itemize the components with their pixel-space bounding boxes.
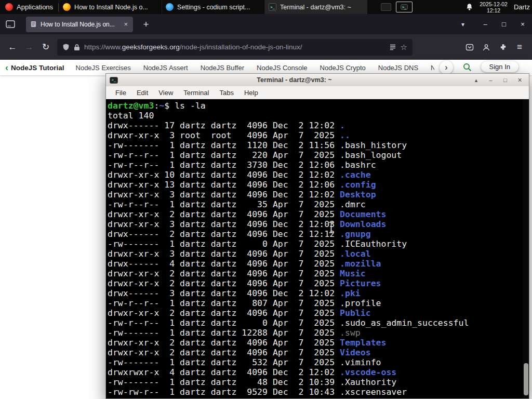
sitenav-link[interactable]: NodeJS Crypto [320, 64, 366, 72]
ls-row: -rw-r--r-- 1 dartz dartz 35 Apr 7 2025 .… [108, 200, 522, 209]
taskbar-button-label: How to Install Node.js o... [74, 4, 148, 11]
sign-in-button[interactable]: Sign In [481, 61, 518, 72]
codium-icon [166, 3, 174, 11]
ls-row: drwxr-xr-x 3 root root 4096 Apr 7 2025 .… [108, 130, 522, 140]
clock-date: 2025-12-02 [480, 1, 508, 7]
user-menu[interactable]: Dartz [514, 3, 530, 11]
sitenav-link[interactable]: NodeJS Console [257, 64, 308, 72]
reader-view-icon[interactable] [389, 44, 396, 51]
ls-row: drwxr-xr-x 2 dartz dartz 4096 Apr 7 2025… [108, 269, 522, 278]
notifications-bell-icon[interactable] [466, 3, 473, 11]
back-button[interactable]: ← [4, 39, 21, 56]
chevron-left-icon: ‹ [5, 63, 8, 72]
sitenav-link[interactable]: NodeJS DNS [378, 64, 418, 72]
reload-button[interactable]: ↻ [37, 39, 54, 56]
file-name: .profile [340, 298, 381, 308]
menu-help[interactable]: Help [239, 87, 263, 98]
file-name: .. [340, 130, 350, 140]
forward-button[interactable]: → [21, 39, 37, 56]
ls-row: drwxr-xr-x 2 dartz dartz 4096 Apr 7 2025… [108, 348, 522, 357]
window-maximize-button[interactable]: □ [495, 14, 513, 34]
browser-tab[interactable]: How to Install Node.js on... × [26, 17, 133, 32]
clock[interactable]: 2025-12-02 12:12 [480, 1, 508, 14]
file-name: .bash_history [340, 140, 407, 150]
firefox-icon [63, 3, 71, 11]
scroll-next-button[interactable]: › [440, 61, 453, 74]
menu-terminal[interactable]: Terminal [178, 87, 214, 98]
menu-edit[interactable]: Edit [131, 87, 153, 98]
tutorial-back-link[interactable]: ‹ NodeJS Tutorial [5, 63, 64, 72]
terminal-output[interactable]: dartz@vm3:~$ ls -la total 140 drwx------… [106, 99, 529, 398]
ls-row: drwx------ 3 dartz dartz 4096 Dec 2 12:0… [108, 288, 522, 298]
clock-time: 12:12 [480, 7, 508, 14]
window-minimize-button[interactable]: – [476, 14, 495, 34]
menu-hamburger-icon[interactable]: ≡ [511, 39, 528, 56]
ls-row: drwxr-xr-x 3 dartz dartz 4096 Apr 7 2025… [108, 249, 522, 259]
terminal-menubar: FileEditViewTerminalTabsHelp [106, 86, 529, 99]
sitenav-link[interactable]: Node [431, 64, 434, 72]
terminal-shade-button[interactable]: ▴ [471, 77, 482, 84]
taskbar-button[interactable]: Settings - codium script... [162, 0, 264, 14]
terminal-scrollbar[interactable] [523, 99, 529, 398]
bookmark-star-icon[interactable]: ☆ [401, 43, 407, 52]
terminal-close-button[interactable]: × [514, 76, 525, 84]
new-tab-button[interactable]: + [139, 19, 153, 30]
file-name: Videos [340, 348, 371, 357]
terminal-icon: >_ [269, 3, 276, 11]
terminal-minimize-button[interactable]: – [485, 77, 496, 83]
url-bar[interactable]: https://www.geeksforgeeks.org/node-js/in… [57, 39, 413, 56]
sitenav-link[interactable]: NodeJS Exercises [76, 64, 131, 72]
ls-row: -rw-rw-r-- 1 dartz dartz 9529 Dec 2 10:4… [108, 387, 522, 397]
file-name: .viminfo [340, 357, 381, 367]
tab-close-icon[interactable]: × [123, 20, 129, 28]
tray-window-icon[interactable] [381, 3, 391, 11]
taskbar-button[interactable]: >_Terminal - dartz@vm3: ~ [264, 0, 367, 14]
ls-row: -rw------- 1 dartz dartz 532 Apr 7 2025 … [108, 357, 522, 367]
tab-strip: How to Install Node.js on... × + ▾ – □ × [0, 14, 532, 34]
taskbar: How to Install Node.js o...Settings - co… [59, 0, 367, 14]
topbar-right: 2025-12-02 12:12 Dartz [466, 1, 532, 14]
scrollbar-thumb[interactable] [524, 363, 528, 395]
file-name: Public [340, 308, 371, 318]
chevron-right-icon: › [445, 63, 447, 72]
ls-row: drwxr-xr-x 2 dartz dartz 4096 Apr 7 2025… [108, 308, 522, 318]
window-close-button[interactable]: × [513, 14, 532, 34]
terminal-maximize-button[interactable]: □ [500, 77, 511, 83]
menu-view[interactable]: View [153, 87, 178, 98]
menu-tabs[interactable]: Tabs [214, 87, 238, 98]
ls-row: -rw-r--r-- 1 dartz dartz 220 Apr 7 2025 … [108, 150, 522, 160]
ls-row: drwxr-xr-x 3 dartz dartz 4096 Dec 2 12:0… [108, 190, 522, 200]
taskbar-button-label: Settings - codium script... [177, 4, 250, 11]
applications-menu[interactable]: Applications [0, 0, 58, 14]
terminal-titlebar[interactable]: >_ Terminal - dartz@vm3: ~ ▴ – □ × [106, 74, 529, 86]
ls-row: drwxr-xr-x 3 dartz dartz 4096 Dec 2 12:0… [108, 219, 522, 229]
pocket-icon[interactable] [461, 39, 478, 56]
terminal-window: >_ Terminal - dartz@vm3: ~ ▴ – □ × FileE… [105, 73, 529, 399]
workspace-pager[interactable]: >_ [396, 2, 413, 12]
taskbar-button[interactable]: How to Install Node.js o... [59, 0, 162, 14]
lock-icon[interactable] [74, 44, 80, 51]
tracking-shield-icon[interactable] [62, 43, 70, 51]
file-name: .sudo_as_admin_successful [340, 318, 469, 328]
sitenav-links: NodeJS ExercisesNodeJS AssertNodeJS Buff… [76, 64, 434, 72]
menu-file[interactable]: File [110, 87, 131, 98]
file-name: .bash_logout [340, 150, 402, 160]
extensions-puzzle-icon[interactable] [495, 39, 511, 56]
sitenav-link[interactable]: NodeJS Assert [143, 64, 188, 72]
tab-favicon [30, 21, 37, 28]
account-icon[interactable] [478, 39, 495, 56]
ls-row: drwxrwxr-x 4 dartz dartz 4096 Dec 2 12:0… [108, 367, 522, 377]
system-top-bar: Applications How to Install Node.js o...… [0, 0, 532, 14]
ls-row: -rw------- 1 dartz dartz 12288 Apr 7 202… [108, 328, 522, 338]
sitenav-link[interactable]: NodeJS Buffer [201, 64, 244, 72]
file-name: Pictures [340, 278, 381, 288]
ls-row: drwx------ 2 dartz dartz 4096 Dec 2 12:1… [108, 229, 522, 239]
firefox-view-icon[interactable] [3, 17, 18, 32]
list-all-tabs-icon[interactable]: ▾ [461, 21, 464, 28]
ls-row: drwxr-xr-x 13 dartz dartz 4096 Dec 2 12:… [108, 180, 522, 190]
ls-row: -rw------- 1 dartz dartz 1120 Dec 2 11:5… [108, 140, 522, 150]
file-name: .config [340, 180, 376, 190]
file-name: .local [340, 249, 371, 259]
site-search-icon[interactable] [463, 63, 472, 73]
ls-row: -rw------- 1 dartz dartz 0 Apr 7 2025 .I… [108, 239, 522, 249]
